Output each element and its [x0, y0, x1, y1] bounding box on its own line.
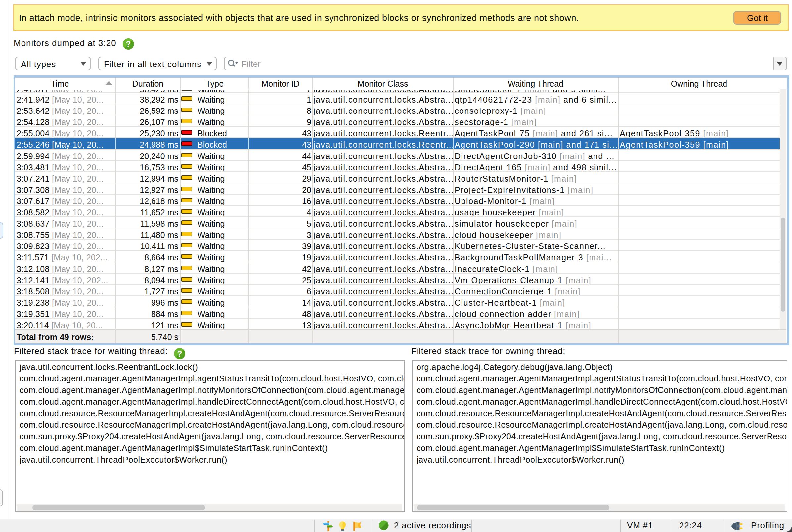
- svg-text:?: ?: [126, 39, 131, 49]
- svg-text:?: ?: [177, 349, 182, 358]
